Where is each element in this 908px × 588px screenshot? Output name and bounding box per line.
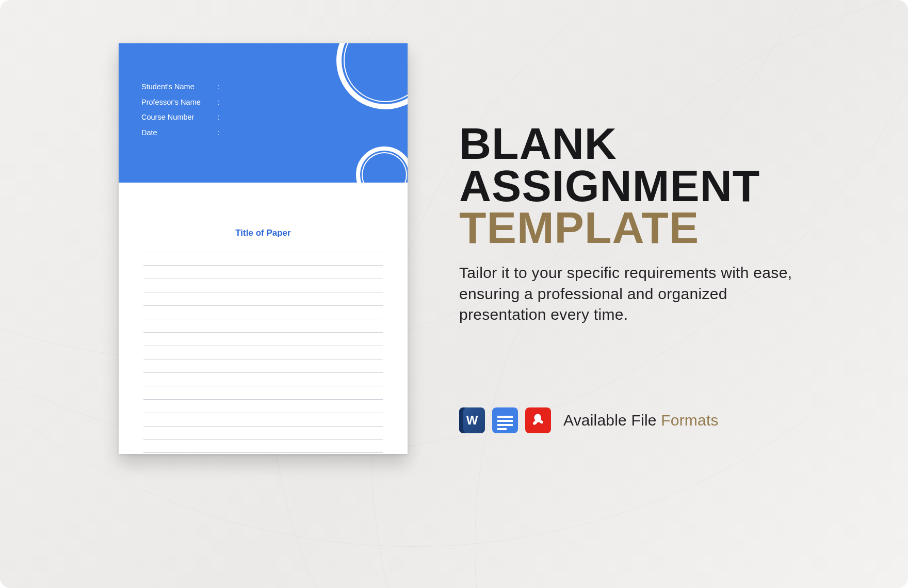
preview-body: Title of Paper bbox=[119, 183, 408, 453]
promo-heading: BLANK ASSIGNMENT TEMPLATE bbox=[459, 123, 831, 249]
google-docs-icon bbox=[492, 407, 518, 433]
meta-label: Professor's Name bbox=[141, 95, 208, 110]
ruled-line bbox=[143, 399, 383, 413]
promo-copy: BLANK ASSIGNMENT TEMPLATE Tailor it to y… bbox=[459, 123, 831, 325]
ruled-line bbox=[143, 359, 383, 372]
ruled-line bbox=[143, 386, 383, 399]
ruled-line bbox=[143, 319, 383, 332]
ruled-line bbox=[143, 439, 383, 453]
pdf-icon bbox=[525, 407, 551, 433]
preview-title: Title of Paper bbox=[143, 228, 383, 238]
ruled-line bbox=[143, 413, 383, 426]
meta-sep: : bbox=[218, 110, 220, 125]
ruled-line bbox=[143, 305, 383, 319]
formats-label: Available File Formats bbox=[563, 412, 719, 429]
formats-label-prefix: Available File bbox=[563, 412, 661, 429]
meta-row: Date : bbox=[141, 125, 220, 141]
ruled-line bbox=[143, 279, 383, 292]
formats-row: W Available File Formats bbox=[459, 407, 719, 433]
ruled-line bbox=[143, 252, 383, 265]
template-preview: Student's Name : Professor's Name : Cour… bbox=[119, 43, 408, 454]
formats-label-highlight: Formats bbox=[661, 412, 718, 429]
ruled-line bbox=[143, 372, 383, 386]
promo-description: Tailor it to your specific requirements … bbox=[459, 263, 800, 325]
meta-label: Date bbox=[141, 125, 208, 141]
meta-row: Professor's Name : bbox=[141, 95, 220, 110]
meta-row: Student's Name : bbox=[141, 79, 220, 95]
meta-sep: : bbox=[218, 95, 220, 110]
heading-line: TEMPLATE bbox=[459, 203, 699, 252]
ruled-line bbox=[143, 292, 383, 305]
ruled-lines bbox=[143, 252, 383, 453]
meta-label: Student's Name bbox=[141, 79, 208, 95]
ruled-line bbox=[143, 332, 383, 346]
ruled-line bbox=[143, 426, 383, 439]
ruled-line bbox=[143, 265, 383, 279]
ruled-line bbox=[143, 346, 383, 359]
meta-label: Course Number bbox=[141, 110, 208, 125]
decorative-ring bbox=[356, 146, 408, 183]
meta-sep: : bbox=[218, 125, 220, 141]
word-icon: W bbox=[459, 407, 485, 433]
preview-header: Student's Name : Professor's Name : Cour… bbox=[119, 43, 408, 183]
meta-sep: : bbox=[218, 79, 220, 95]
pdf-glyph-icon bbox=[530, 413, 546, 428]
preview-meta-list: Student's Name : Professor's Name : Cour… bbox=[141, 79, 220, 141]
decorative-ring bbox=[336, 43, 408, 109]
meta-row: Course Number : bbox=[141, 110, 220, 125]
promo-card: Student's Name : Professor's Name : Cour… bbox=[0, 0, 908, 588]
